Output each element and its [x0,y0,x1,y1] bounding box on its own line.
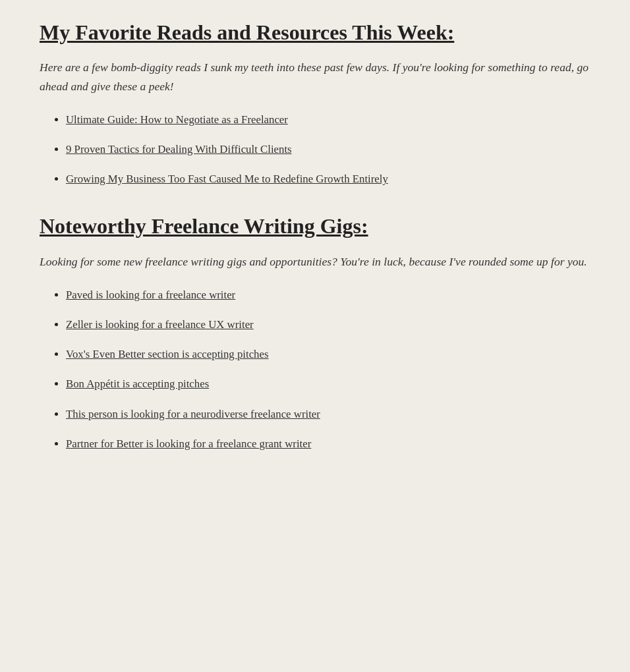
gigs-list-item: Partner for Better is looking for a free… [66,435,590,452]
reads-section: My Favorite Reads and Resources This Wee… [40,20,590,187]
gigs-link-5[interactable]: Partner for Better is looking for a free… [66,437,311,450]
gigs-section: Noteworthy Freelance Writing Gigs: Looki… [40,213,590,452]
reads-link-0[interactable]: Ultimate Guide: How to Negotiate as a Fr… [66,113,288,126]
gigs-heading: Noteworthy Freelance Writing Gigs: [40,213,590,238]
gigs-list: Paved is looking for a freelance writerZ… [40,287,590,452]
gigs-intro: Looking for some new freelance writing g… [40,252,590,271]
reads-link-1[interactable]: 9 Proven Tactics for Dealing With Diffic… [66,143,292,155]
gigs-link-1[interactable]: Zeller is looking for a freelance UX wri… [66,318,254,331]
gigs-list-item: Bon Appétit is accepting pitches [66,376,590,392]
gigs-list-item: Paved is looking for a freelance writer [66,287,590,303]
reads-intro: Here are a few bomb-diggity reads I sunk… [40,58,590,95]
gigs-link-4[interactable]: This person is looking for a neurodivers… [66,408,320,420]
reads-heading: My Favorite Reads and Resources This Wee… [40,20,590,45]
gigs-list-item: Zeller is looking for a freelance UX wri… [66,316,590,333]
gigs-link-0[interactable]: Paved is looking for a freelance writer [66,289,235,301]
reads-list: Ultimate Guide: How to Negotiate as a Fr… [40,111,590,188]
reads-list-item: 9 Proven Tactics for Dealing With Diffic… [66,141,590,157]
reads-list-item: Ultimate Guide: How to Negotiate as a Fr… [66,111,590,128]
gigs-list-item: Vox's Even Better section is accepting p… [66,346,590,362]
reads-list-item: Growing My Business Too Fast Caused Me t… [66,171,590,187]
gigs-list-item: This person is looking for a neurodivers… [66,406,590,422]
gigs-link-3[interactable]: Bon Appétit is accepting pitches [66,378,209,390]
reads-link-2[interactable]: Growing My Business Too Fast Caused Me t… [66,173,388,185]
gigs-link-2[interactable]: Vox's Even Better section is accepting p… [66,348,269,360]
